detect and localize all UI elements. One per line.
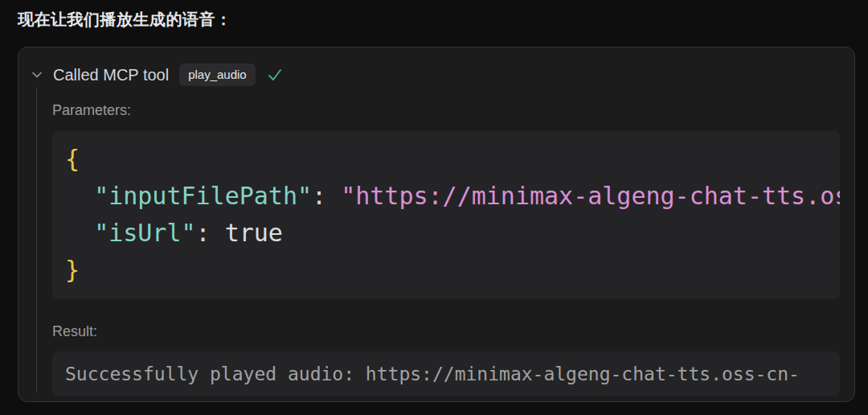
indent-guide-line xyxy=(36,88,37,392)
tool-call-header[interactable]: Called MCP tool play_audio xyxy=(18,47,854,86)
result-label: Result: xyxy=(52,323,840,340)
mcp-tool-call-panel: Called MCP tool play_audio Parameters: {… xyxy=(18,47,855,402)
tool-call-body: Parameters: { "inputFilePath": "https://… xyxy=(52,102,840,397)
tool-call-title: Called MCP tool xyxy=(53,66,169,84)
parameters-label: Parameters: xyxy=(52,102,840,119)
chevron-down-icon[interactable] xyxy=(30,68,44,82)
result-text-box: Successfully played audio: https://minim… xyxy=(52,351,840,397)
intro-text: 现在让我们播放生成的语音： xyxy=(18,9,232,31)
success-check-icon xyxy=(266,66,284,84)
parameters-code-block: { "inputFilePath": "https://minimax-alge… xyxy=(52,131,840,299)
tool-name-badge: play_audio xyxy=(179,64,256,86)
